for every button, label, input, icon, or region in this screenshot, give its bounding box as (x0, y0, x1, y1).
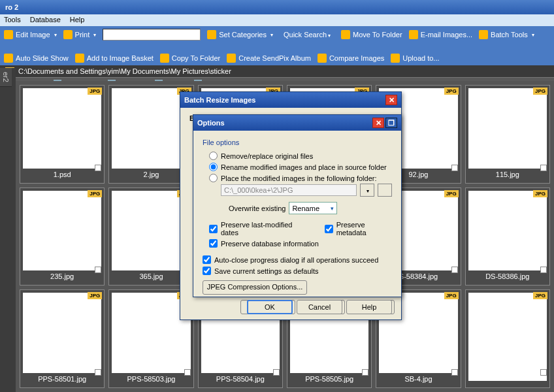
thumb-checkbox[interactable] (451, 165, 458, 171)
add-to-basket-button[interactable]: Add to Image Basket (75, 54, 154, 63)
thumbnail[interactable]: JPG PPS-58501.jpg (20, 289, 105, 388)
destination-folder-field (221, 184, 357, 196)
edit-image-button[interactable]: Edit Image (4, 30, 57, 39)
overwrite-label: Overwrite existing (229, 204, 285, 212)
batch-icon (479, 30, 488, 39)
overwrite-select[interactable]: Rename (289, 202, 337, 214)
folder-move-icon (341, 30, 350, 39)
format-badge: JPG (88, 88, 102, 95)
compare-icon (318, 54, 327, 63)
copy-to-folder-button[interactable]: Copy To Folder (160, 54, 220, 63)
thumb-checkbox[interactable] (451, 267, 458, 273)
radio-rename-in-source[interactable]: Rename modified images and place in sour… (203, 161, 392, 172)
check-preserve-db[interactable]: Preserve database information (203, 238, 392, 249)
menu-database[interactable]: Database (30, 16, 61, 25)
thumb-image (23, 293, 101, 373)
thumb-checkbox[interactable] (95, 369, 101, 376)
thumb-image (468, 293, 547, 381)
thumb-checkbox[interactable] (362, 369, 368, 376)
window-titlebar: ro 2 (0, 0, 554, 14)
thumb-checkbox[interactable] (184, 369, 191, 376)
radio-remove-replace[interactable]: Remove/replace original files (203, 150, 392, 161)
check-preserve-metadata[interactable]: Preserve metadata (318, 220, 392, 238)
thumbnail[interactable]: JPG 235.jpg (20, 188, 105, 286)
thumb-checkbox[interactable] (273, 369, 280, 376)
browse-folder-button[interactable] (378, 184, 392, 197)
batch-dialog-titlebar[interactable]: Batch Resize Images ✕ (180, 92, 401, 108)
thumb-checkbox[interactable] (95, 165, 101, 171)
email-images-button[interactable]: E-mail Images... (409, 30, 472, 39)
options-dialog-title: Options (197, 119, 225, 127)
radio-place-in-folder[interactable]: Place the modified images in the followi… (203, 172, 392, 184)
print-button[interactable]: Print (63, 30, 97, 39)
move-to-folder-button[interactable]: Move To Folder (341, 30, 402, 39)
create-sendpix-button[interactable]: Create SendPix Album (227, 54, 311, 63)
format-badge: JPG (444, 88, 459, 95)
thumb-checkbox[interactable] (95, 267, 101, 273)
options-close-button[interactable]: ✕ (372, 118, 384, 128)
thumb-caption: 2.jpg (144, 169, 159, 180)
menu-tools[interactable]: Tools (4, 16, 21, 25)
sendpix-icon (227, 54, 236, 63)
basket-icon (75, 54, 84, 63)
thumbnail[interactable]: JPG 115.jpg (465, 85, 550, 184)
batch-close-button[interactable]: ✕ (385, 95, 397, 105)
app-title: ro 2 (5, 3, 18, 11)
format-badge: JPG (444, 190, 459, 197)
path-bar: C:\Documents and Settings\yim\My Documen… (0, 65, 554, 77)
check-preserve-dates[interactable]: Preserve last-modified dates (203, 220, 305, 238)
thumb-image (23, 191, 101, 271)
batch-dialog-title: Batch Resize Images (184, 96, 255, 104)
options-dialog-titlebar[interactable]: Options ✕ ❐ (193, 115, 401, 131)
menu-bar: Tools Database Help (0, 14, 554, 26)
jpeg-compression-button[interactable]: JPEG Compression Options... (203, 280, 307, 295)
format-badge: JPG (444, 292, 459, 299)
format-badge: JPG (88, 292, 102, 299)
left-sidebar: er2 (0, 68, 16, 392)
options-cancel-button[interactable]: Cancel (297, 300, 342, 314)
thumb-caption: PPS-58504.jpg (216, 373, 265, 385)
check-save-defaults[interactable]: Save current settings as defaults (203, 265, 392, 276)
thumb-image (112, 191, 190, 271)
upload-icon (391, 54, 400, 63)
thumb-image (468, 191, 547, 271)
thumb-checkbox[interactable] (451, 369, 458, 376)
thumb-caption: S-58384.jpg (399, 270, 438, 282)
thumb-checkbox[interactable] (540, 267, 547, 273)
sidebar-tab[interactable]: er2 (0, 68, 12, 87)
compare-images-button[interactable]: Compare Images (318, 54, 384, 63)
options-maximize-button[interactable]: ❐ (385, 118, 397, 128)
batch-tools-button[interactable]: Batch Tools (479, 30, 534, 39)
set-categories-button[interactable]: Set Categories (207, 30, 273, 39)
check-auto-close[interactable]: Auto-close progress dialog if all operat… (203, 254, 392, 265)
slideshow-icon (4, 54, 13, 63)
quick-search-link[interactable]: Quick Search (280, 29, 334, 40)
toolbar-row1: Edit Image Print Set Categories Quick Se… (0, 26, 554, 65)
options-help-button[interactable]: Help (346, 300, 392, 314)
thumb-caption: DS-58386.jpg (485, 270, 529, 282)
thumb-image (468, 88, 547, 169)
category-combo[interactable] (103, 29, 201, 41)
thumb-image (112, 293, 190, 373)
upload-to-button[interactable]: Upload to... (391, 54, 439, 63)
thumb-checkbox[interactable] (540, 165, 547, 171)
copy-icon (160, 54, 169, 63)
thumb-caption: 92.jpg (409, 169, 429, 180)
email-icon (409, 30, 418, 39)
thumbnail[interactable]: JPG (465, 289, 550, 388)
thumb-caption: 115.jpg (496, 169, 519, 180)
auto-slideshow-button[interactable]: Auto Slide Show (4, 54, 69, 63)
edit-icon (4, 30, 13, 39)
thumb-caption: 235.jpg (50, 270, 74, 282)
thumb-caption: SB-4.jpg (404, 373, 432, 385)
thumb-checkbox[interactable] (540, 369, 547, 376)
menu-help[interactable]: Help (70, 16, 85, 25)
thumbnail[interactable]: JPG 1.psd (20, 85, 105, 184)
thumbnail[interactable]: JPG DS-58386.jpg (465, 188, 550, 286)
thumb-caption: 365.jpg (139, 270, 163, 282)
folder-history-button[interactable] (360, 184, 374, 197)
file-options-group-label: File options (203, 137, 392, 150)
options-ok-button[interactable]: OK (247, 300, 293, 314)
print-icon (63, 30, 73, 39)
category-icon (207, 30, 216, 39)
